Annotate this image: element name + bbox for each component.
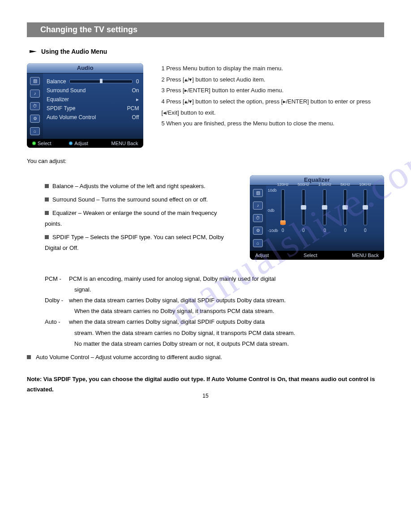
audio-row-value: Off — [132, 114, 139, 120]
audio-icon: ♪ — [30, 90, 40, 98]
audio-row-surround: Surround Sound On — [47, 86, 139, 95]
eq-col-10khz: 10KHz 0 — [359, 182, 371, 233]
audio-osd-footer: Select Adjust MENU Back — [27, 139, 143, 148]
eq-slider — [343, 189, 347, 225]
footer-back: MENU Back — [106, 141, 138, 146]
setup-icon: ⚙ — [253, 227, 263, 235]
equalizer-osd-panel: Equalizer ▧ ♪ ⏱ ⚙ ⌂ 10db 0db -10db — [250, 175, 384, 260]
bullet-balance: Balance – Adjusts the volume of the left… — [45, 181, 234, 192]
bullet-spdif: SPDIF Type – Selects the SPDIF type. You… — [45, 232, 234, 253]
footer-select: Select — [32, 141, 51, 146]
setup-icon: ⚙ — [30, 115, 40, 123]
step-1: 1 Press Menu button to display the main … — [161, 63, 384, 74]
lock-icon: ⌂ — [30, 127, 40, 135]
eq-slider — [302, 189, 305, 225]
audio-osd-title: Audio — [27, 63, 143, 73]
footer-select: Select — [304, 253, 317, 258]
square-bullet-icon — [45, 184, 49, 188]
square-bullet-icon — [45, 197, 49, 202]
eq-col-120hz: 120Hz 0 — [277, 182, 289, 233]
square-bullet-icon — [45, 211, 49, 215]
audio-row-value: PCM — [127, 105, 139, 112]
square-bullet-icon — [27, 355, 31, 359]
page-number: 15 — [202, 393, 208, 399]
audio-row-spdif: SPDIF Type PCM — [47, 104, 139, 113]
slider-thumb — [100, 79, 103, 83]
audio-row-label: Balance — [47, 78, 66, 85]
time-icon: ⏱ — [253, 214, 263, 222]
eq-col-5khz: 5KHz 0 — [340, 182, 350, 233]
audio-row-avc: Auto Volume Control Off — [47, 113, 139, 122]
eq-col-500hz: 500Hz 0 — [298, 182, 309, 233]
note-text: Note: Via SPDIF Type, you can choose the… — [27, 374, 384, 395]
eq-columns: 10db 0db -10db 120Hz 0 500Hz 0 — [269, 188, 380, 233]
footer-adjust: Adjust — [69, 141, 88, 146]
eq-slider — [323, 189, 326, 225]
audio-osd-side-icons: ▧ ♪ ⏱ ⚙ ⌂ — [27, 73, 43, 139]
eq-thumb — [342, 205, 348, 210]
arrow-icon — [30, 50, 37, 53]
bullet-surround: Surround Sound – Turns the surround soun… — [45, 194, 234, 205]
audio-row-label: Auto Volume Control — [47, 114, 96, 120]
audio-row-label: SPDIF Type — [47, 105, 75, 112]
picture-icon: ▧ — [30, 77, 40, 85]
footer-back: MENU Back — [352, 253, 379, 258]
manual-page: manualshive.com Changing the TV settings… — [0, 0, 411, 408]
audio-icon: ♪ — [253, 202, 263, 210]
eq-thumb — [301, 205, 306, 210]
adjust-bullets: Balance – Adjusts the volume of the left… — [27, 181, 234, 256]
eq-col-1_5khz: 1.5KHz 0 — [318, 182, 332, 233]
avc-bullet: Auto Volume Control – Adjust volume acco… — [27, 354, 384, 360]
section-heading: Using the Audio Menu — [30, 48, 384, 55]
audio-row-label: Equalizer — [47, 96, 69, 103]
step-4: 4 Press [▴/▾] button to select the optio… — [161, 96, 384, 118]
audio-row-value: 0 — [136, 78, 139, 85]
audio-osd-panel: Audio ▧ ♪ ⏱ ⚙ ⌂ Balance 0 Surround — [27, 63, 143, 148]
step-3: 3 Press [▸/ENTER] button to enter Audio … — [161, 85, 384, 96]
section-heading-text: Using the Audio Menu — [41, 48, 107, 55]
balance-slider — [69, 80, 132, 83]
square-bullet-icon — [45, 235, 49, 239]
eq-slider — [364, 189, 367, 225]
picture-icon: ▧ — [253, 189, 263, 197]
eq-thumb — [280, 220, 286, 225]
audio-row-balance: Balance 0 — [47, 77, 139, 86]
page-title-bar: Changing the TV settings — [27, 22, 384, 37]
eq-side-icons: ▧ ♪ ⏱ ⚙ ⌂ — [250, 185, 266, 251]
lock-icon: ⌂ — [253, 239, 263, 247]
eq-slider — [281, 189, 285, 225]
eq-db-labels: 10db 0db -10db — [268, 188, 278, 233]
adjust-intro: You can adjust: — [27, 158, 384, 164]
audio-row-equalizer: Equalizer ▸ — [47, 95, 139, 104]
audio-row-label: Surround Sound — [47, 87, 86, 94]
footer-adjust: Adjust — [255, 253, 269, 258]
time-icon: ⏱ — [30, 102, 40, 110]
spdif-detail: PCM -PCM is an encoding, mainly used for… — [45, 274, 384, 349]
eq-thumb — [322, 205, 327, 210]
audio-row-value: On — [132, 87, 139, 94]
steps-list: 1 Press Menu button to display the main … — [161, 63, 384, 129]
step-5: 5 When you are finished, press the Menu … — [161, 118, 384, 129]
step-2: 2 Press [▴/▾] button to select Audio ite… — [161, 74, 384, 86]
eq-thumb — [363, 205, 368, 210]
chevron-right-icon: ▸ — [136, 96, 139, 103]
bullet-equalizer: Equalizer – Weaken or enlarge the sound … — [45, 208, 234, 229]
eq-osd-footer: Adjust Select MENU Back — [250, 251, 384, 260]
